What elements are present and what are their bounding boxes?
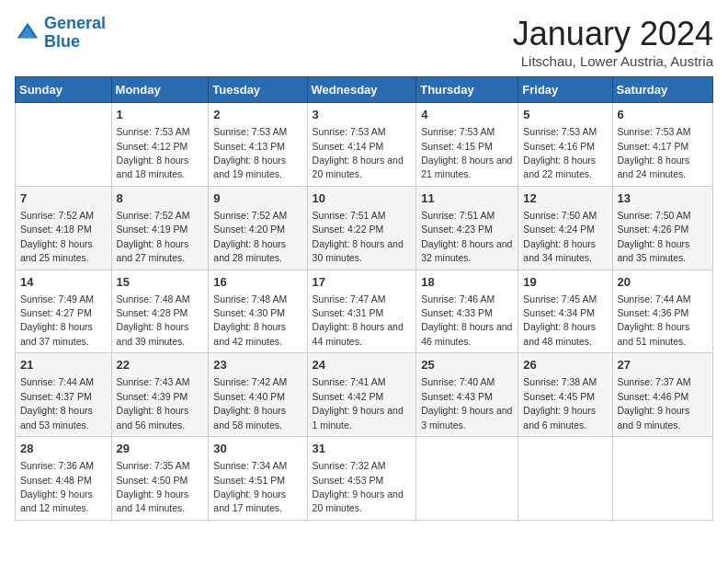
header-day: Saturday <box>612 77 712 103</box>
day-number: 4 <box>421 107 513 123</box>
calendar-cell: 14Sunrise: 7:49 AMSunset: 4:27 PMDayligh… <box>16 270 112 353</box>
calendar-cell: 20Sunrise: 7:44 AMSunset: 4:36 PMDayligh… <box>612 270 712 353</box>
logo-general: General <box>44 14 106 32</box>
day-number: 21 <box>20 357 107 373</box>
day-number: 17 <box>313 274 412 291</box>
calendar-cell: 17Sunrise: 7:47 AMSunset: 4:31 PMDayligh… <box>307 270 416 353</box>
calendar-week: 14Sunrise: 7:49 AMSunset: 4:27 PMDayligh… <box>16 270 713 353</box>
calendar-cell: 6Sunrise: 7:53 AMSunset: 4:17 PMDaylight… <box>612 103 712 187</box>
day-number: 10 <box>313 190 412 207</box>
day-info: Sunrise: 7:34 AMSunset: 4:51 PMDaylight:… <box>213 460 287 513</box>
calendar-cell: 16Sunrise: 7:48 AMSunset: 4:30 PMDayligh… <box>209 270 307 353</box>
day-info: Sunrise: 7:48 AMSunset: 4:30 PMDaylight:… <box>213 293 287 347</box>
calendar-cell: 2Sunrise: 7:53 AMSunset: 4:13 PMDaylight… <box>209 103 307 187</box>
day-number: 8 <box>117 190 204 207</box>
day-info: Sunrise: 7:50 AMSunset: 4:26 PMDaylight:… <box>618 210 691 263</box>
day-info: Sunrise: 7:52 AMSunset: 4:20 PMDaylight:… <box>213 210 287 263</box>
day-info: Sunrise: 7:42 AMSunset: 4:40 PMDaylight:… <box>213 376 287 430</box>
calendar-cell: 23Sunrise: 7:42 AMSunset: 4:40 PMDayligh… <box>209 353 307 437</box>
page-header: General Blue January 2024 Litschau, Lowe… <box>15 15 713 69</box>
day-info: Sunrise: 7:37 AMSunset: 4:46 PMDaylight:… <box>618 376 691 430</box>
calendar-cell: 8Sunrise: 7:52 AMSunset: 4:19 PMDaylight… <box>111 186 209 270</box>
header-day: Wednesday <box>307 77 416 103</box>
day-number: 14 <box>20 274 107 291</box>
day-number: 7 <box>20 190 107 207</box>
day-number: 20 <box>618 274 708 291</box>
day-number: 28 <box>20 441 107 457</box>
calendar-cell: 29Sunrise: 7:35 AMSunset: 4:50 PMDayligh… <box>111 437 209 521</box>
day-info: Sunrise: 7:38 AMSunset: 4:45 PMDaylight:… <box>523 376 597 430</box>
day-number: 11 <box>421 190 513 207</box>
calendar-cell: 27Sunrise: 7:37 AMSunset: 4:46 PMDayligh… <box>612 353 712 437</box>
calendar-cell: 13Sunrise: 7:50 AMSunset: 4:26 PMDayligh… <box>612 186 712 270</box>
day-number: 16 <box>213 274 301 291</box>
calendar-week: 1Sunrise: 7:53 AMSunset: 4:12 PMDaylight… <box>16 103 713 187</box>
calendar-cell <box>518 437 612 521</box>
day-info: Sunrise: 7:32 AMSunset: 4:53 PMDaylight:… <box>313 460 404 513</box>
header-day: Tuesday <box>209 77 307 103</box>
title-block: January 2024 Litschau, Lower Austria, Au… <box>513 15 713 69</box>
day-info: Sunrise: 7:53 AMSunset: 4:17 PMDaylight:… <box>618 126 691 179</box>
day-info: Sunrise: 7:51 AMSunset: 4:22 PMDaylight:… <box>313 210 404 263</box>
calendar-cell: 25Sunrise: 7:40 AMSunset: 4:43 PMDayligh… <box>416 353 518 437</box>
calendar-cell: 15Sunrise: 7:48 AMSunset: 4:28 PMDayligh… <box>111 270 209 353</box>
day-info: Sunrise: 7:46 AMSunset: 4:33 PMDaylight:… <box>421 293 512 347</box>
calendar-cell <box>416 437 518 521</box>
calendar-cell: 7Sunrise: 7:52 AMSunset: 4:18 PMDaylight… <box>16 186 112 270</box>
calendar-week: 7Sunrise: 7:52 AMSunset: 4:18 PMDaylight… <box>16 186 713 270</box>
day-info: Sunrise: 7:35 AMSunset: 4:50 PMDaylight:… <box>117 460 190 513</box>
calendar-header: SundayMondayTuesdayWednesdayThursdayFrid… <box>16 77 713 103</box>
calendar-cell: 30Sunrise: 7:34 AMSunset: 4:51 PMDayligh… <box>209 437 307 521</box>
logo: General Blue <box>15 15 106 52</box>
day-number: 2 <box>213 107 301 123</box>
day-number: 24 <box>313 357 412 373</box>
day-number: 23 <box>213 357 301 373</box>
calendar-week: 28Sunrise: 7:36 AMSunset: 4:48 PMDayligh… <box>16 437 713 521</box>
header-day: Sunday <box>16 77 112 103</box>
day-number: 15 <box>117 274 204 291</box>
day-info: Sunrise: 7:48 AMSunset: 4:28 PMDaylight:… <box>117 293 190 347</box>
calendar-cell <box>612 437 712 521</box>
day-info: Sunrise: 7:50 AMSunset: 4:24 PMDaylight:… <box>523 210 597 263</box>
day-number: 12 <box>523 190 607 207</box>
day-info: Sunrise: 7:36 AMSunset: 4:48 PMDaylight:… <box>20 460 94 513</box>
day-info: Sunrise: 7:51 AMSunset: 4:23 PMDaylight:… <box>421 210 512 263</box>
day-info: Sunrise: 7:53 AMSunset: 4:12 PMDaylight:… <box>117 126 190 179</box>
day-info: Sunrise: 7:49 AMSunset: 4:27 PMDaylight:… <box>20 293 94 347</box>
day-info: Sunrise: 7:52 AMSunset: 4:19 PMDaylight:… <box>117 210 190 263</box>
calendar-cell: 1Sunrise: 7:53 AMSunset: 4:12 PMDaylight… <box>111 103 209 187</box>
day-number: 5 <box>523 107 607 123</box>
day-info: Sunrise: 7:44 AMSunset: 4:37 PMDaylight:… <box>20 376 94 430</box>
day-number: 26 <box>523 357 607 373</box>
day-number: 22 <box>117 357 204 373</box>
day-number: 9 <box>213 190 301 207</box>
day-number: 30 <box>213 441 301 457</box>
header-row: SundayMondayTuesdayWednesdayThursdayFrid… <box>16 77 713 103</box>
day-number: 13 <box>618 190 708 207</box>
calendar-cell: 11Sunrise: 7:51 AMSunset: 4:23 PMDayligh… <box>416 186 518 270</box>
calendar-cell: 21Sunrise: 7:44 AMSunset: 4:37 PMDayligh… <box>16 353 112 437</box>
day-number: 19 <box>523 274 607 291</box>
day-info: Sunrise: 7:53 AMSunset: 4:15 PMDaylight:… <box>421 126 512 179</box>
header-day: Friday <box>518 77 612 103</box>
day-number: 1 <box>117 107 204 123</box>
day-number: 3 <box>313 107 412 123</box>
calendar-cell: 26Sunrise: 7:38 AMSunset: 4:45 PMDayligh… <box>518 353 612 437</box>
calendar-cell: 18Sunrise: 7:46 AMSunset: 4:33 PMDayligh… <box>416 270 518 353</box>
day-info: Sunrise: 7:52 AMSunset: 4:18 PMDaylight:… <box>20 210 94 263</box>
calendar-body: 1Sunrise: 7:53 AMSunset: 4:12 PMDaylight… <box>16 103 713 521</box>
day-info: Sunrise: 7:53 AMSunset: 4:13 PMDaylight:… <box>213 126 287 179</box>
calendar-cell: 12Sunrise: 7:50 AMSunset: 4:24 PMDayligh… <box>518 186 612 270</box>
calendar-cell: 31Sunrise: 7:32 AMSunset: 4:53 PMDayligh… <box>307 437 416 521</box>
calendar-cell: 4Sunrise: 7:53 AMSunset: 4:15 PMDaylight… <box>416 103 518 187</box>
day-info: Sunrise: 7:44 AMSunset: 4:36 PMDaylight:… <box>618 293 691 347</box>
logo-blue: Blue <box>44 32 80 51</box>
calendar-title: January 2024 <box>513 15 713 53</box>
day-number: 29 <box>117 441 204 457</box>
day-info: Sunrise: 7:47 AMSunset: 4:31 PMDaylight:… <box>313 293 404 347</box>
day-number: 18 <box>421 274 513 291</box>
calendar-cell: 5Sunrise: 7:53 AMSunset: 4:16 PMDaylight… <box>518 103 612 187</box>
calendar-cell <box>16 103 112 187</box>
header-day: Thursday <box>416 77 518 103</box>
day-info: Sunrise: 7:53 AMSunset: 4:14 PMDaylight:… <box>313 126 404 179</box>
